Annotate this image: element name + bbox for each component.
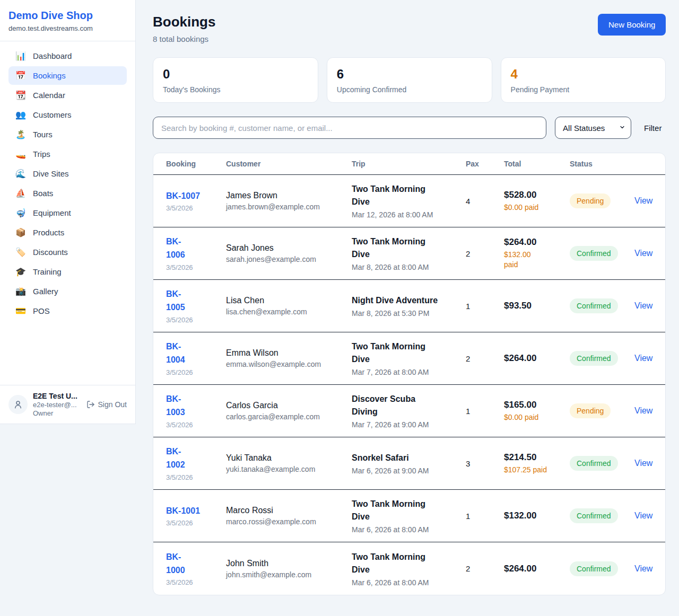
view-link[interactable]: View xyxy=(634,459,652,468)
pax-cell: 1 xyxy=(466,512,504,521)
booking-date: 3/5/2026 xyxy=(166,368,226,376)
calendar-icon: 📅 xyxy=(15,72,26,80)
sidebar-item-boats[interactable]: ⛵Boats xyxy=(8,184,127,203)
sidebar-item-tours[interactable]: 🏝️Tours xyxy=(8,125,127,144)
trip-name: Two Tank Morning Dive xyxy=(352,340,442,366)
total-amount: $264.00 xyxy=(504,353,570,364)
trip-datetime: Mar 7, 2026 at 9:00 AM xyxy=(352,420,466,429)
status-badge: Pending xyxy=(570,193,611,208)
view-link[interactable]: View xyxy=(634,301,652,310)
status-filter-select[interactable]: All Statuses xyxy=(555,117,631,139)
status-cell: Pending xyxy=(570,403,634,418)
customer-name: James Brown xyxy=(226,191,352,200)
total-amount: $528.00 xyxy=(504,190,570,200)
total-amount: $214.50 xyxy=(504,452,570,463)
sidebar-item-pos[interactable]: 💳POS xyxy=(8,302,127,320)
sidebar-item-training[interactable]: 🎓Training xyxy=(8,262,127,281)
customer-email: john.smith@example.com xyxy=(226,570,352,579)
customer-cell: Sarah Jonessarah.jones@example.com xyxy=(226,243,352,263)
sidebar-item-equipment[interactable]: 🤿Equipment xyxy=(8,204,127,222)
table-body: BK-10073/5/2026James Brownjames.brown@ex… xyxy=(153,175,665,595)
sidebar-item-customers[interactable]: 👥Customers xyxy=(8,105,127,124)
actions-cell: View xyxy=(634,196,652,206)
sailboat-icon: ⛵ xyxy=(15,189,26,198)
sidebar-item-label: Gallery xyxy=(33,287,58,296)
user-panel: E2E Test U... e2e-tester@... Owner Sign … xyxy=(0,385,135,424)
booking-number-link[interactable]: BK-1007 xyxy=(166,190,200,203)
customer-email: marco.rossi@example.com xyxy=(226,517,352,526)
view-link[interactable]: View xyxy=(634,196,652,205)
view-link[interactable]: View xyxy=(634,406,652,415)
new-booking-button[interactable]: New Booking xyxy=(598,14,666,36)
wave-icon: 🌊 xyxy=(15,170,26,178)
customer-name: Lisa Chen xyxy=(226,296,352,305)
sidebar-item-calendar[interactable]: 📆Calendar xyxy=(8,86,127,104)
pax-cell: 2 xyxy=(466,354,504,363)
booking-date: 3/5/2026 xyxy=(166,316,226,324)
sidebar-item-gallery[interactable]: 📸Gallery xyxy=(8,282,127,301)
table-row: BK-10043/5/2026Emma Wilsonemma.wilson@ex… xyxy=(153,332,665,385)
customer-cell: Emma Wilsonemma.wilson@example.com xyxy=(226,348,352,368)
customer-name: Carlos Garcia xyxy=(226,401,352,410)
page-header-text: Bookings 8 total bookings xyxy=(153,14,215,43)
booking-number-link[interactable]: BK-1004 xyxy=(166,340,185,367)
sidebar-item-products[interactable]: 📦Products xyxy=(8,223,127,242)
stat-value: 0 xyxy=(163,67,308,82)
customer-email: sarah.jones@example.com xyxy=(226,255,352,263)
trip-cell: Two Tank Morning DiveMar 7, 2026 at 8:00… xyxy=(352,340,466,376)
stats-row: 0Today's Bookings6Upcoming Confirmed4Pen… xyxy=(153,57,666,103)
status-badge: Pending xyxy=(570,403,611,418)
person-icon xyxy=(13,400,23,409)
pax-cell: 3 xyxy=(466,459,504,468)
sidebar-item-trips[interactable]: 🚤Trips xyxy=(8,145,127,163)
sidebar-item-label: Dashboard xyxy=(33,51,72,60)
customer-name: Sarah Jones xyxy=(226,243,352,253)
booking-number-link[interactable]: BK-1005 xyxy=(166,288,185,314)
status-badge: Confirmed xyxy=(570,456,618,471)
sidebar-item-dive-sites[interactable]: 🌊Dive Sites xyxy=(8,164,127,183)
sidebar-item-label: POS xyxy=(33,306,50,315)
column-header-total: Total xyxy=(504,160,570,168)
sidebar-item-label: Bookings xyxy=(33,71,66,80)
booking-number-link[interactable]: BK-1001 xyxy=(166,505,200,518)
brand-name[interactable]: Demo Dive Shop xyxy=(8,10,127,22)
trip-datetime: Mar 6, 2026 at 8:00 AM xyxy=(352,578,466,587)
total-amount: $165.00 xyxy=(504,400,570,410)
sidebar-item-label: Training xyxy=(33,267,62,276)
search-input[interactable] xyxy=(153,117,546,139)
sidebar-item-bookings[interactable]: 📅Bookings xyxy=(8,66,127,85)
booking-number-link[interactable]: BK-1003 xyxy=(166,393,185,419)
status-cell: Confirmed xyxy=(570,456,634,471)
view-link[interactable]: View xyxy=(634,511,652,520)
controls-row: All Statuses Filter xyxy=(153,117,666,139)
booking-date: 3/5/2026 xyxy=(166,263,226,271)
user-email: e2e-tester@... xyxy=(33,401,77,409)
trip-name: Night Dive Adventure xyxy=(352,294,442,307)
trip-cell: Night Dive AdventureMar 8, 2026 at 5:30 … xyxy=(352,294,466,318)
status-badge: Confirmed xyxy=(570,561,618,576)
sign-out-button[interactable]: Sign Out xyxy=(86,400,127,409)
sidebar-item-discounts[interactable]: 🏷️Discounts xyxy=(8,243,127,261)
column-header-status: Status xyxy=(570,160,634,168)
logout-icon xyxy=(86,400,95,409)
amount-paid: $0.00 paid xyxy=(504,412,552,423)
sidebar-item-label: Products xyxy=(33,228,64,237)
view-link[interactable]: View xyxy=(634,249,652,258)
booking-cell: BK-10033/5/2026 xyxy=(166,393,226,429)
view-link[interactable]: View xyxy=(634,564,652,573)
view-link[interactable]: View xyxy=(634,354,652,363)
package-icon: 📦 xyxy=(15,228,26,237)
booking-number-link[interactable]: BK-1002 xyxy=(166,445,185,472)
booking-number-link[interactable]: BK-1000 xyxy=(166,551,185,577)
app-root: Demo Dive Shop demo.test.divestreams.com… xyxy=(0,0,679,616)
page-header: Bookings 8 total bookings New Booking xyxy=(153,14,666,43)
customer-name: Yuki Tanaka xyxy=(226,453,352,463)
customer-cell: John Smithjohn.smith@example.com xyxy=(226,559,352,579)
sidebar-item-dashboard[interactable]: 📊Dashboard xyxy=(8,47,127,65)
sidebar: Demo Dive Shop demo.test.divestreams.com… xyxy=(0,0,136,424)
total-amount: $93.50 xyxy=(504,301,570,311)
filter-button[interactable]: Filter xyxy=(640,124,666,133)
total-cell: $264.00 xyxy=(504,353,570,364)
actions-cell: View xyxy=(634,249,652,258)
booking-number-link[interactable]: BK-1006 xyxy=(166,235,185,262)
